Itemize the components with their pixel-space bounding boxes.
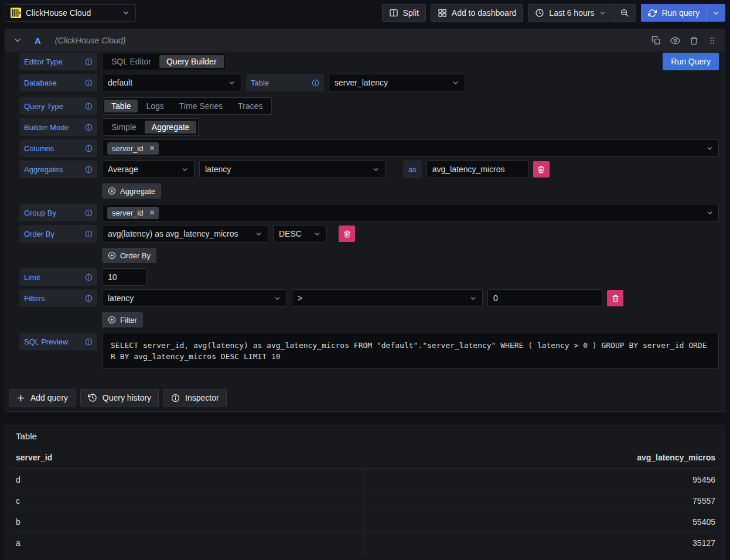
- table-row[interactable]: b 55405: [11, 511, 719, 532]
- cell-server-id: a: [11, 532, 365, 554]
- split-button[interactable]: Split: [382, 4, 426, 22]
- delete-query-trash-icon[interactable]: [690, 36, 698, 45]
- duplicate-query-icon[interactable]: [651, 36, 661, 45]
- sql-preview-label: SQL Preview: [19, 333, 97, 350]
- filters-label: Filters: [19, 289, 97, 307]
- sql-preview-row: SQL Preview SELECT server_id, avg(latenc…: [19, 333, 719, 369]
- trash-icon: [343, 230, 351, 238]
- builder-mode-option-aggregate[interactable]: Aggregate: [145, 121, 197, 134]
- remove-chip-x-icon[interactable]: ✕: [147, 144, 156, 152]
- info-circle-icon[interactable]: [85, 145, 93, 152]
- info-circle-icon[interactable]: [85, 230, 93, 238]
- columns-label: Columns: [19, 139, 97, 157]
- chevron-down-icon: [469, 295, 477, 302]
- query-type-option-time-series[interactable]: Time Series: [172, 100, 230, 112]
- table-row[interactable]: d 95456: [11, 469, 719, 490]
- run-query-panel-button[interactable]: Run Query: [663, 53, 719, 70]
- group-by-multiselect[interactable]: server_id ✕: [102, 204, 719, 221]
- inspector-button[interactable]: Inspector: [163, 389, 227, 407]
- query-type-option-logs[interactable]: Logs: [139, 100, 170, 112]
- builder-mode-row: Builder Mode Simple Aggregate: [19, 118, 719, 136]
- table-row[interactable]: c 75557: [11, 490, 719, 511]
- sync-icon: [648, 9, 657, 18]
- aggregates-row: Aggregates Average latency as: [19, 161, 719, 178]
- hide-query-eye-icon[interactable]: [670, 36, 680, 46]
- builder-mode-option-simple[interactable]: Simple: [104, 121, 144, 134]
- info-circle-icon[interactable]: [85, 124, 93, 131]
- zoom-out-button[interactable]: [613, 5, 636, 21]
- column-header-server-id[interactable]: server_id: [11, 453, 365, 462]
- columns-row: Columns server_id ✕: [19, 139, 719, 157]
- builder-mode-label: Builder Mode: [19, 118, 97, 136]
- aggregate-alias-input[interactable]: [427, 161, 528, 178]
- run-query-split-button: Run query: [641, 4, 725, 22]
- order-by-field-value: avg(latency) as avg_latency_micros: [108, 229, 238, 238]
- info-circle-icon[interactable]: [85, 58, 93, 66]
- chevron-down-icon: [712, 9, 720, 17]
- editor-type-option-sql-editor[interactable]: SQL Editor: [104, 55, 158, 68]
- database-select[interactable]: default: [102, 74, 241, 91]
- query-row-header[interactable]: A (ClickHouse Cloud): [5, 29, 725, 52]
- editor-type-option-query-builder[interactable]: Query Builder: [159, 55, 224, 68]
- aggregate-column-select[interactable]: latency: [199, 161, 386, 178]
- table-row[interactable]: a 35127: [11, 532, 719, 554]
- sql-preview-text[interactable]: SELECT server_id, avg(latency) as avg_la…: [102, 333, 719, 369]
- remove-order-by-button[interactable]: [339, 226, 355, 242]
- query-type-row: Query Type Table Logs Time Series Traces: [19, 97, 719, 115]
- add-order-by-button[interactable]: Order By: [102, 248, 156, 263]
- datasource-picker[interactable]: ClickHouse Cloud: [5, 4, 136, 22]
- remove-chip-x-icon[interactable]: ✕: [147, 209, 156, 217]
- field-label-text: Aggregates: [24, 165, 63, 174]
- chevron-down-icon: [255, 230, 262, 238]
- info-circle-icon[interactable]: [85, 166, 93, 173]
- field-label-text: Query Type: [24, 102, 63, 111]
- run-query-mode-dropdown[interactable]: [707, 4, 725, 22]
- filter-column-select[interactable]: latency: [102, 289, 287, 307]
- order-by-field-select[interactable]: avg(latency) as avg_latency_micros: [102, 225, 268, 243]
- table-result-panel: Table server_id avg_latency_micros d 954…: [5, 425, 725, 560]
- query-ref-id[interactable]: A: [35, 36, 41, 46]
- info-circle-icon[interactable]: [85, 79, 93, 87]
- remove-aggregate-button[interactable]: [533, 161, 550, 177]
- plus-circle-icon: [108, 187, 116, 195]
- inspector-label: Inspector: [185, 393, 219, 402]
- query-type-option-table[interactable]: Table: [104, 100, 138, 112]
- add-query-button[interactable]: Add query: [9, 389, 76, 407]
- time-range-label: Last 6 hours: [549, 8, 594, 18]
- columns-multiselect[interactable]: server_id ✕: [102, 139, 719, 157]
- info-circle-icon[interactable]: [85, 338, 93, 346]
- trash-icon: [537, 166, 545, 173]
- column-header-avg-latency-micros[interactable]: avg_latency_micros: [365, 453, 719, 462]
- field-label-text: Columns: [24, 144, 54, 153]
- query-history-label: Query history: [103, 393, 151, 402]
- remove-filter-button[interactable]: [607, 290, 623, 306]
- add-aggregate-button[interactable]: Aggregate: [102, 183, 161, 199]
- collapse-chevron-icon[interactable]: [13, 36, 22, 45]
- aggregate-function-select[interactable]: Average: [102, 161, 195, 178]
- limit-input[interactable]: [102, 268, 146, 286]
- run-query-button[interactable]: Run query: [641, 4, 707, 22]
- add-query-label: Add query: [30, 393, 68, 402]
- apps-grid-icon: [438, 8, 447, 18]
- chevron-down-icon: [706, 145, 714, 152]
- add-filter-button[interactable]: Filter: [102, 312, 143, 327]
- add-to-dashboard-button[interactable]: Add to dashboard: [431, 4, 524, 22]
- field-label-text: Group By: [24, 209, 56, 217]
- info-circle-icon[interactable]: [85, 274, 93, 281]
- query-type-label: Query Type: [19, 97, 97, 115]
- limit-label: Limit: [19, 268, 97, 286]
- query-history-button[interactable]: Query history: [80, 389, 159, 407]
- time-range-picker[interactable]: Last 6 hours: [528, 5, 613, 21]
- chevron-down-icon: [372, 166, 380, 173]
- info-circle-icon[interactable]: [85, 209, 93, 217]
- info-circle-icon[interactable]: [85, 103, 93, 110]
- filter-value-input[interactable]: [487, 289, 602, 307]
- table-select[interactable]: server_latency: [329, 74, 465, 91]
- info-circle-icon[interactable]: [85, 295, 93, 302]
- query-type-option-traces[interactable]: Traces: [231, 100, 270, 112]
- drag-handle-icon[interactable]: [708, 36, 717, 45]
- info-circle-icon[interactable]: [312, 79, 319, 87]
- filter-operator-select[interactable]: >: [292, 289, 483, 307]
- order-by-direction-select[interactable]: DESC: [273, 225, 327, 243]
- chevron-down-icon: [122, 9, 130, 17]
